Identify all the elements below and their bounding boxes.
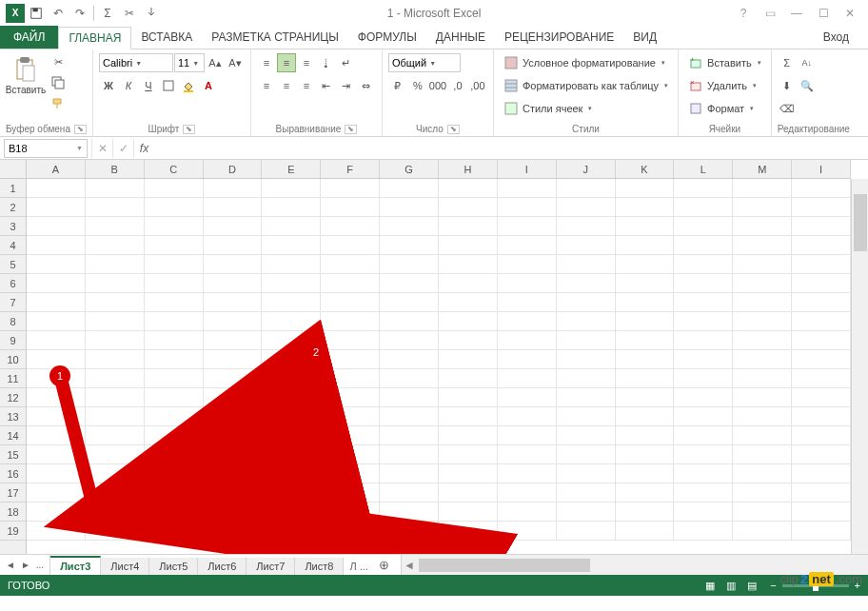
cell[interactable] — [321, 522, 380, 541]
save-icon[interactable] — [26, 3, 47, 24]
cell[interactable] — [321, 331, 380, 350]
cell[interactable] — [439, 426, 498, 445]
app-icon[interactable]: X — [6, 4, 25, 23]
clear-icon[interactable]: ⌫ — [778, 99, 797, 118]
cell[interactable] — [262, 179, 321, 198]
cell[interactable] — [262, 350, 321, 369]
wrap-text-icon[interactable]: ↵ — [337, 53, 356, 72]
cell[interactable] — [86, 255, 145, 274]
sort-icon[interactable]: A↓ — [798, 53, 817, 72]
cell[interactable] — [27, 522, 86, 541]
font-name-combo[interactable]: Calibri▼ — [99, 53, 173, 72]
sheet-nav-next-icon[interactable]: ► — [21, 560, 30, 570]
cell[interactable] — [86, 293, 145, 312]
new-sheet-button[interactable]: ⊕ — [374, 555, 395, 575]
cell[interactable] — [380, 464, 439, 483]
cell[interactable] — [204, 236, 263, 255]
cell[interactable] — [616, 274, 675, 293]
column-header[interactable]: M — [733, 160, 792, 178]
cell[interactable] — [321, 255, 380, 274]
cell[interactable] — [27, 312, 86, 331]
cell[interactable] — [439, 407, 498, 426]
cell[interactable] — [733, 236, 792, 255]
cell[interactable] — [439, 483, 498, 503]
cell[interactable] — [674, 388, 733, 407]
cell[interactable] — [498, 217, 557, 236]
cell[interactable] — [439, 236, 498, 255]
cell[interactable] — [145, 331, 204, 350]
cell[interactable] — [674, 369, 733, 388]
cell[interactable] — [321, 388, 380, 407]
cell[interactable] — [380, 407, 439, 426]
increase-indent-icon[interactable]: ⇥ — [337, 76, 356, 95]
cell[interactable] — [86, 369, 145, 388]
fill-color-button[interactable] — [179, 76, 198, 95]
cell[interactable] — [557, 350, 616, 369]
cell[interactable] — [557, 179, 616, 198]
cell[interactable] — [792, 464, 851, 483]
signin-link[interactable]: Вход — [823, 30, 849, 44]
cell[interactable] — [262, 217, 321, 236]
cell[interactable] — [321, 293, 380, 312]
minimize-icon[interactable]: — — [784, 4, 809, 23]
cell[interactable] — [792, 293, 851, 312]
cell[interactable] — [27, 483, 86, 503]
cell[interactable] — [616, 369, 675, 388]
row-header[interactable]: 1 — [0, 179, 26, 198]
column-header[interactable]: C — [145, 160, 204, 178]
cell[interactable] — [674, 331, 733, 350]
cell[interactable] — [674, 236, 733, 255]
cancel-formula-icon[interactable]: ✕ — [91, 139, 112, 158]
row-header[interactable]: 2 — [0, 198, 26, 217]
cell-styles-button[interactable]: Стили ячеек▾ — [500, 98, 672, 119]
currency-icon[interactable]: ₽ — [388, 76, 407, 95]
cell[interactable] — [498, 312, 557, 331]
cell[interactable] — [557, 312, 616, 331]
insert-cells-button[interactable]: +Вставить▾ — [684, 52, 765, 73]
cell[interactable] — [498, 274, 557, 293]
cell[interactable] — [498, 293, 557, 312]
cell[interactable] — [145, 445, 204, 464]
row-header[interactable]: 10 — [0, 350, 26, 369]
row-header[interactable]: 19 — [0, 522, 26, 541]
sigma-icon[interactable]: Σ — [97, 3, 118, 24]
cell[interactable] — [733, 522, 792, 541]
cell[interactable] — [145, 255, 204, 274]
cell[interactable] — [262, 464, 321, 483]
cell[interactable] — [792, 350, 851, 369]
conditional-formatting-button[interactable]: Условное форматирование▾ — [500, 52, 672, 73]
cell[interactable] — [557, 236, 616, 255]
cell[interactable] — [86, 483, 145, 503]
sheet-tab[interactable]: Лист4 — [101, 558, 149, 575]
bold-button[interactable]: Ж — [99, 76, 118, 95]
cell[interactable] — [733, 274, 792, 293]
cell[interactable] — [380, 350, 439, 369]
paste-button[interactable]: Вставить — [6, 52, 46, 95]
cell[interactable] — [557, 503, 616, 522]
undo-icon[interactable]: ↶ — [48, 3, 69, 24]
row-header[interactable]: 18 — [0, 503, 26, 522]
cell[interactable] — [27, 274, 86, 293]
cell[interactable] — [380, 312, 439, 331]
cell[interactable] — [439, 503, 498, 522]
cell[interactable] — [674, 293, 733, 312]
row-header[interactable]: 5 — [0, 255, 26, 274]
cell[interactable] — [262, 445, 321, 464]
view-page-break-icon[interactable]: ▤ — [743, 578, 760, 593]
cell[interactable] — [792, 236, 851, 255]
cell[interactable] — [674, 255, 733, 274]
cell[interactable] — [86, 179, 145, 198]
cell[interactable] — [616, 350, 675, 369]
tab-view[interactable]: ВИД — [623, 26, 666, 49]
cell[interactable] — [145, 426, 204, 445]
cell[interactable] — [439, 350, 498, 369]
cell[interactable] — [204, 255, 263, 274]
align-top-icon[interactable]: ≡ — [257, 53, 276, 72]
cell[interactable] — [145, 522, 204, 541]
cell[interactable] — [321, 217, 380, 236]
tab-layout[interactable]: РАЗМЕТКА СТРАНИЦЫ — [202, 26, 348, 49]
select-all-button[interactable] — [0, 160, 27, 179]
cell[interactable] — [321, 274, 380, 293]
cell[interactable] — [380, 293, 439, 312]
touch-mode-icon[interactable] — [141, 3, 162, 24]
